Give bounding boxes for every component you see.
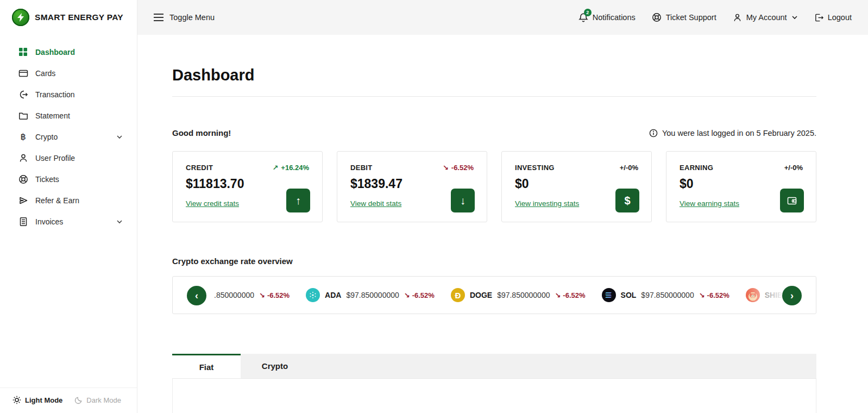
sidebar-item-user-profile[interactable]: User Profile — [0, 147, 137, 168]
life-ring-icon — [18, 174, 28, 184]
stats-row: CREDIT ↗+16.24% $11813.70 View credit st… — [172, 151, 816, 222]
crypto-ticker-item-doge: Ɖ DOGE $97.850000000 ↘-6.52% — [451, 288, 586, 302]
sun-icon — [12, 396, 21, 404]
sidebar: SMART ENERGY PAY Dashboard Cards Transac… — [0, 0, 137, 413]
view-earning-stats-link[interactable]: View earning stats — [680, 199, 739, 208]
last-login-info: You were last logged in on 5 February 20… — [649, 129, 816, 137]
logout-icon — [814, 13, 823, 22]
light-mode-label: Light Mode — [25, 396, 62, 404]
folder-icon — [18, 110, 28, 121]
sidebar-item-transaction[interactable]: Transaction — [0, 84, 137, 105]
sidebar-item-tickets[interactable]: Tickets — [0, 168, 137, 190]
arrow-up-icon: ↑ — [295, 195, 301, 207]
page-title: Dashboard — [172, 66, 254, 84]
ticket-support-label: Ticket Support — [666, 13, 716, 22]
chevron-left-icon: ‹ — [195, 290, 198, 302]
view-debit-stats-link[interactable]: View debit stats — [350, 199, 401, 208]
ticket-support-button[interactable]: Ticket Support — [652, 12, 716, 22]
stat-card-investing: INVESTING +/-0% $0 View investing stats … — [501, 151, 652, 222]
my-account-label: My Account — [746, 13, 787, 22]
notifications-button[interactable]: 2 Notifications — [578, 12, 636, 23]
tab-fiat[interactable]: Fiat — [172, 354, 241, 378]
ticker-symbol: DOGE — [470, 291, 492, 299]
ticker-symbol: ADA — [325, 291, 341, 299]
bitcoin-icon: ฿ — [18, 132, 28, 142]
trend-down-icon: ↘ — [259, 291, 265, 299]
topbar: Toggle Menu 2 Notifications Ticket Suppo… — [137, 0, 868, 35]
brand: SMART ENERGY PAY — [0, 0, 137, 34]
debit-action-button[interactable]: ↓ — [451, 189, 475, 212]
info-icon — [649, 129, 658, 137]
wallet-icon — [787, 195, 797, 206]
trend-indicator: +/-0% — [620, 164, 638, 172]
notifications-label: Notifications — [593, 13, 636, 22]
crypto-ticker-item: $97.850000000 ↘-6.52% — [214, 291, 290, 299]
carousel-items: $97.850000000 ↘-6.52% ADA $97.850000000 … — [214, 277, 784, 314]
sidebar-item-label: Dashboard — [35, 48, 75, 57]
accounts-tabs-block: Fiat Crypto USD Account: $10145.83 + Add… — [172, 354, 816, 413]
light-mode-toggle[interactable]: Light Mode — [12, 396, 62, 404]
ticker-change: ↘-6.52% — [259, 291, 290, 299]
sidebar-item-dashboard[interactable]: Dashboard — [0, 41, 137, 62]
stat-card-debit: DEBIT ↘-6.52% $1839.47 View debit stats … — [337, 151, 487, 222]
ada-coin-icon — [306, 288, 320, 302]
sidebar-item-invoices[interactable]: Invoices — [0, 211, 137, 232]
chevron-right-icon: › — [790, 290, 794, 302]
logout-button[interactable]: Logout — [814, 13, 852, 22]
ticker-price: $97.850000000 — [346, 291, 399, 299]
crypto-ticker-item-sol: SOL $97.850000000 ↘-6.52% — [602, 288, 729, 302]
user-icon — [733, 13, 742, 22]
my-account-menu[interactable]: My Account — [733, 13, 798, 22]
toggle-menu-label: Toggle Menu — [169, 13, 215, 22]
carousel-prev-button[interactable]: ‹ — [187, 286, 206, 305]
crypto-ticker-item-shib: SHIB $97.85000000 — [746, 288, 784, 302]
sidebar-item-label: Refer & Earn — [35, 196, 79, 205]
ticker-price: $97.850000000 — [497, 291, 550, 299]
sidebar-item-cards[interactable]: Cards — [0, 62, 137, 84]
chevron-down-icon — [116, 218, 123, 225]
tab-crypto[interactable]: Crypto — [241, 354, 309, 378]
view-investing-stats-link[interactable]: View investing stats — [515, 199, 579, 208]
transaction-icon — [18, 89, 28, 99]
paper-plane-icon — [18, 195, 28, 205]
sidebar-nav: Dashboard Cards Transaction Statement ฿ … — [0, 34, 137, 232]
sidebar-item-crypto[interactable]: ฿ Crypto — [0, 126, 137, 147]
dashboard-grid-icon — [18, 47, 28, 57]
chevron-down-icon — [116, 134, 123, 140]
stat-label: EARNING — [680, 164, 713, 172]
ticker-symbol: SHIB — [765, 291, 783, 299]
notification-badge: 2 — [584, 9, 592, 16]
trend-indicator: ↗+16.24% — [272, 164, 309, 172]
tab-bar: Fiat Crypto — [172, 354, 816, 379]
investing-action-button[interactable]: $ — [615, 189, 639, 212]
dark-mode-label: Dark Mode — [86, 396, 121, 404]
doge-coin-icon: Ɖ — [451, 288, 465, 302]
stat-card-earning: EARNING +/-0% $0 View earning stats — [666, 151, 816, 222]
sidebar-item-label: Tickets — [35, 175, 59, 184]
sidebar-item-label: Transaction — [35, 90, 75, 99]
trend-down-icon: ↘ — [699, 291, 705, 299]
view-credit-stats-link[interactable]: View credit stats — [186, 199, 239, 208]
invoice-icon — [18, 216, 28, 227]
sidebar-item-label: Cards — [35, 69, 55, 78]
fiat-tab-panel: USD Account: $10145.83 + Add money Excha… — [172, 379, 816, 413]
logout-label: Logout — [828, 13, 852, 22]
sidebar-item-statement[interactable]: Statement — [0, 105, 137, 126]
trend-indicator: ↘-6.52% — [443, 164, 474, 172]
credit-action-button[interactable]: ↑ — [286, 189, 310, 212]
sol-coin-icon — [602, 288, 616, 302]
sidebar-item-refer-earn[interactable]: Refer & Earn — [0, 190, 137, 211]
title-divider — [172, 96, 816, 97]
ticker-price: $97.850000000 — [214, 291, 254, 299]
stat-card-credit: CREDIT ↗+16.24% $11813.70 View credit st… — [172, 151, 323, 222]
dark-mode-toggle[interactable]: Dark Mode — [74, 396, 121, 404]
trend-up-icon: ↗ — [272, 164, 278, 172]
crypto-carousel: ‹ $97.850000000 ↘-6.52% ADA $97.85000000… — [172, 276, 816, 314]
stat-label: DEBIT — [350, 164, 373, 172]
credit-card-icon — [18, 68, 28, 78]
sidebar-item-label: Statement — [35, 111, 70, 120]
sidebar-item-label: User Profile — [35, 154, 75, 162]
earning-action-button[interactable] — [780, 189, 804, 212]
toggle-menu-button[interactable]: Toggle Menu — [154, 13, 215, 22]
carousel-next-button[interactable]: › — [782, 286, 802, 305]
